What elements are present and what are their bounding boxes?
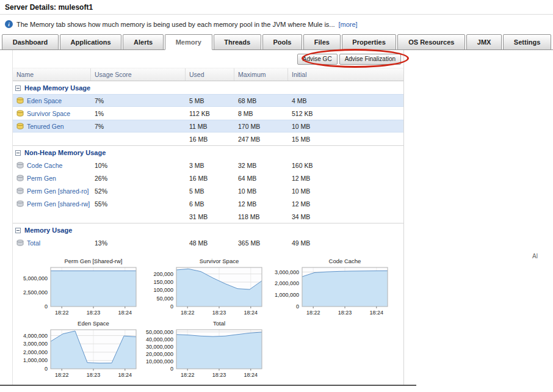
charts: Perm Gen [Shared-rw]02,500,0005,000,0001…: [13, 249, 403, 381]
chart-title: Total: [176, 320, 262, 327]
chart-title: Code Cache: [302, 258, 388, 264]
memory-pool-link[interactable]: Perm Gen: [27, 175, 56, 182]
svg-text:200,000: 200,000: [153, 271, 173, 277]
clipped-text-fragment: Al: [532, 253, 538, 260]
initial-total: 34 MB: [288, 213, 403, 220]
collapse-icon[interactable]: [15, 85, 21, 91]
svg-text:18:22: 18:22: [55, 372, 69, 378]
tab-os-resources[interactable]: OS Resources: [397, 34, 465, 50]
used-cell: 3 MB: [186, 162, 234, 169]
svg-text:18:23: 18:23: [212, 310, 226, 316]
section-header-non-heap-memory-usage[interactable]: Non-Heap Memory Usage: [13, 145, 403, 159]
svg-text:18:24: 18:24: [118, 310, 132, 316]
toolbar: Advise GC Advise Finalization: [13, 50, 403, 68]
tab-files[interactable]: Files: [303, 34, 341, 50]
tab-threads[interactable]: Threads: [214, 34, 261, 50]
more-link[interactable]: [more]: [339, 21, 358, 28]
usage-score-cell: 13%: [91, 239, 186, 247]
initial-cell: 12 MB: [288, 200, 403, 208]
chart-perm-gen-shared-rw: Perm Gen [Shared-rw]02,500,0005,000,0001…: [16, 258, 141, 319]
svg-text:3,000,000: 3,000,000: [23, 341, 48, 347]
memory-grid: NameUsage ScoreUsedMaximumInitial Heap M…: [13, 68, 403, 249]
collapse-icon[interactable]: [15, 228, 21, 233]
initial-cell: 160 KB: [288, 162, 403, 169]
section-title-label: Memory Usage: [24, 227, 72, 234]
memory-pool-link[interactable]: Eden Space: [27, 97, 62, 104]
column-header-maximum[interactable]: Maximum: [234, 68, 288, 81]
database-gray-icon: [16, 175, 24, 181]
tab-memory[interactable]: Memory: [165, 34, 212, 50]
column-header-name[interactable]: Name: [13, 68, 91, 81]
table-row: Perm Gen26%16 MB64 MB12 MB: [13, 172, 403, 184]
svg-text:18:22: 18:22: [181, 310, 195, 316]
tab-alerts[interactable]: Alerts: [123, 34, 164, 50]
memory-pool-link[interactable]: Code Cache: [27, 162, 62, 169]
svg-text:18:23: 18:23: [87, 310, 101, 316]
memory-pool-link[interactable]: Survivor Space: [27, 110, 70, 117]
advise-gc-button[interactable]: Advise GC: [297, 54, 338, 65]
column-header-initial[interactable]: Initial: [288, 68, 403, 81]
chart-eden-space: Eden Space01,000,0002,000,0003,000,0004,…: [16, 320, 141, 381]
collapse-icon[interactable]: [15, 150, 21, 156]
initial-cell: 512 KB: [288, 110, 403, 117]
usage-score-cell: 55%: [91, 200, 186, 208]
usage-score-cell: 26%: [91, 175, 186, 182]
memory-pool-link[interactable]: Perm Gen [shared-ro]: [27, 187, 89, 195]
svg-text:1,000,000: 1,000,000: [275, 292, 299, 298]
svg-text:4,000,000: 4,000,000: [23, 333, 48, 339]
tab-applications[interactable]: Applications: [60, 34, 121, 50]
tab-pools[interactable]: Pools: [262, 34, 302, 50]
maximum-cell: 170 MB: [234, 123, 288, 130]
memory-pool-link[interactable]: Total: [27, 239, 40, 247]
section-title-label: Heap Memory Usage: [24, 84, 90, 92]
column-header-usage-score[interactable]: Usage Score: [91, 68, 186, 81]
name-cell: Eden Space: [13, 97, 91, 104]
tab-properties[interactable]: Properties: [342, 34, 397, 50]
usage-score-cell: 7%: [91, 97, 186, 104]
used-cell: 11 MB: [186, 123, 234, 130]
chart-title: Perm Gen [Shared-rw]: [51, 258, 136, 264]
svg-text:18:23: 18:23: [87, 372, 101, 378]
table-row: Survivor Space1%112 KB8 MB512 KB: [13, 107, 403, 120]
advise-finalization-button[interactable]: Advise Finalization: [339, 54, 401, 65]
memory-pool-link[interactable]: Perm Gen [shared-rw]: [27, 200, 90, 208]
content-panel: Advise GC Advise Finalization NameUsage …: [12, 50, 404, 386]
page-title: Server Details: mulesoft1: [0, 0, 553, 15]
name-cell: Perm Gen [shared-rw]: [13, 200, 91, 208]
maximum-cell: 365 MB: [234, 239, 288, 247]
tab-settings[interactable]: Settings: [503, 34, 551, 50]
svg-text:18:24: 18:24: [370, 310, 384, 316]
section-title-label: Non-Heap Memory Usage: [24, 149, 106, 156]
table-row: Tenured Gen7%11 MB170 MB10 MB: [13, 120, 403, 132]
chart-code-cache: Code Cache01,000,0002,000,0003,000,00018…: [268, 258, 392, 319]
tab-dashboard[interactable]: Dashboard: [2, 34, 59, 50]
initial-total: 15 MB: [288, 136, 403, 143]
svg-text:40,000,000: 40,000,000: [146, 336, 173, 343]
svg-text:18:23: 18:23: [212, 372, 226, 378]
memory-pool-link[interactable]: Tenured Gen: [27, 123, 64, 130]
section-heap-memory-usage: Heap Memory UsageEden Space7%5 MB68 MB4 …: [13, 81, 403, 145]
maximum-cell: 64 MB: [234, 175, 288, 182]
svg-text:2,000,000: 2,000,000: [275, 280, 299, 286]
table-row: Eden Space7%5 MB68 MB4 MB: [13, 94, 403, 107]
svg-text:0: 0: [296, 303, 299, 310]
initial-cell: 49 MB: [288, 239, 403, 247]
section-non-heap-memory-usage: Non-Heap Memory UsageCode Cache10%3 MB32…: [13, 145, 403, 223]
svg-text:18:22: 18:22: [306, 310, 320, 316]
section-header-heap-memory-usage[interactable]: Heap Memory Usage: [13, 81, 403, 94]
section-header-memory-usage[interactable]: Memory Usage: [13, 223, 403, 236]
table-row: Code Cache10%3 MB32 MB160 KB: [13, 159, 403, 172]
tab-jmx[interactable]: JMX: [466, 34, 502, 50]
info-banner: i The Memory tab shows how much memory i…: [0, 15, 553, 31]
used-cell: 6 MB: [186, 200, 234, 208]
maximum-total: 247 MB: [234, 136, 288, 143]
table-header-row: NameUsage ScoreUsedMaximumInitial: [13, 68, 403, 81]
svg-text:1,000,000: 1,000,000: [23, 357, 48, 363]
column-header-used[interactable]: Used: [186, 68, 234, 81]
database-gray-icon: [16, 187, 24, 194]
initial-cell: 4 MB: [288, 97, 403, 104]
chart-total: Total010,000,00020,000,00030,000,00040,0…: [142, 320, 267, 381]
database-yellow-icon: [16, 110, 24, 117]
svg-text:100,000: 100,000: [153, 287, 173, 293]
info-text: The Memory tab shows how much memory is …: [16, 21, 335, 28]
